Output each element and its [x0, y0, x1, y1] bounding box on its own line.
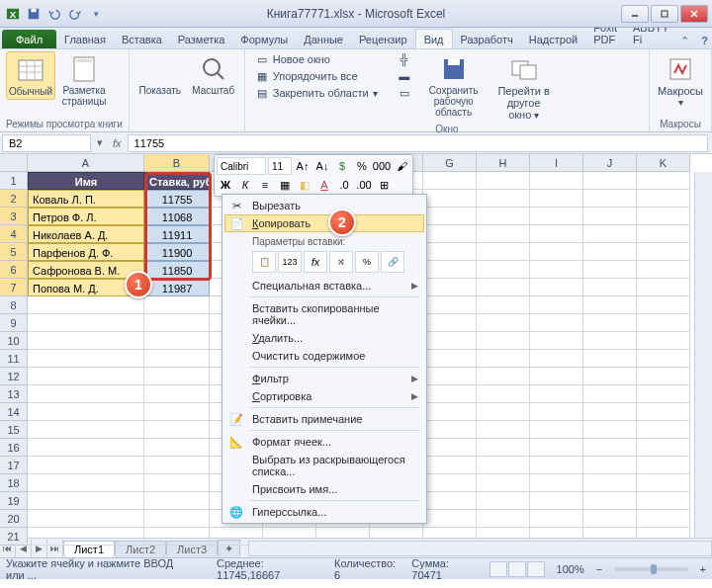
arrange-button[interactable]: ▦Упорядочить все	[251, 68, 382, 84]
cell-J8[interactable]	[583, 296, 637, 314]
cell-B3[interactable]: 11068	[144, 208, 210, 225]
cm-clear[interactable]: Очистить содержимое	[224, 347, 424, 365]
view-page-layout-icon[interactable]	[508, 561, 526, 577]
cell-J11[interactable]	[583, 350, 637, 368]
cell-K3[interactable]	[637, 208, 690, 225]
minimize-ribbon-icon[interactable]: ⌃	[677, 33, 693, 48]
cell-G9[interactable]	[423, 314, 477, 332]
cell-B21[interactable]	[144, 528, 210, 546]
row-header-13[interactable]: 13	[0, 385, 28, 403]
cell-A1[interactable]: Имя	[28, 172, 144, 190]
row-header-6[interactable]: 6	[0, 261, 28, 279]
qat-more-icon[interactable]: ▾	[87, 5, 105, 23]
undo-icon[interactable]	[45, 5, 63, 23]
shrink-font-icon[interactable]: A↓	[313, 157, 331, 175]
mini-font-size[interactable]: 11	[268, 157, 292, 175]
cell-I14[interactable]	[530, 403, 583, 421]
cell-J20[interactable]	[583, 510, 637, 528]
row-header-8[interactable]: 8	[0, 296, 28, 314]
cell-J1[interactable]	[583, 172, 637, 190]
cell-A13[interactable]	[28, 385, 144, 403]
cell-H8[interactable]	[477, 296, 530, 314]
cell-G7[interactable]	[423, 279, 477, 296]
cell-H10[interactable]	[477, 332, 530, 350]
cell-I18[interactable]	[530, 474, 583, 492]
cell-G12[interactable]	[423, 368, 477, 385]
cell-A16[interactable]	[28, 439, 144, 457]
cell-H11[interactable]	[477, 350, 530, 368]
cell-G3[interactable]	[423, 208, 477, 225]
cell-B15[interactable]	[144, 421, 210, 439]
cell-J10[interactable]	[583, 332, 637, 350]
cell-I5[interactable]	[530, 243, 583, 261]
cell-I6[interactable]	[530, 261, 583, 279]
cell-A4[interactable]: Николаев А. Д.	[28, 225, 144, 243]
cell-A5[interactable]: Парфенов Д. Ф.	[28, 243, 144, 261]
cell-B20[interactable]	[144, 510, 210, 528]
close-button[interactable]	[680, 5, 708, 23]
cell-K15[interactable]	[637, 421, 690, 439]
cell-K14[interactable]	[637, 403, 690, 421]
cell-K5[interactable]	[637, 243, 690, 261]
tab-review[interactable]: Рецензир	[351, 30, 415, 48]
cell-K1[interactable]	[637, 172, 690, 190]
paste-values-icon[interactable]: 123	[278, 251, 302, 273]
cell-G19[interactable]	[423, 492, 477, 510]
page-layout-button[interactable]: Разметка страницы	[59, 51, 109, 109]
cell-I8[interactable]	[530, 296, 583, 314]
cell-G13[interactable]	[423, 385, 477, 403]
name-box[interactable]: B2	[2, 134, 91, 152]
cell-H5[interactable]	[477, 243, 530, 261]
unhide-button[interactable]: ▭	[394, 85, 415, 101]
row-header-4[interactable]: 4	[0, 225, 28, 243]
cell-A12[interactable]	[28, 368, 144, 385]
cell-J3[interactable]	[583, 208, 637, 225]
row-header-18[interactable]: 18	[0, 474, 28, 492]
cell-H18[interactable]	[477, 474, 530, 492]
formula-input[interactable]: 11755	[128, 134, 708, 152]
cell-J2[interactable]	[583, 190, 637, 208]
row-header-7[interactable]: 7	[0, 279, 28, 296]
cell-H15[interactable]	[477, 421, 530, 439]
cell-K9[interactable]	[637, 314, 690, 332]
cell-K10[interactable]	[637, 332, 690, 350]
tab-insert[interactable]: Вставка	[114, 30, 170, 48]
cell-H20[interactable]	[477, 510, 530, 528]
cell-K6[interactable]	[637, 261, 690, 279]
switch-windows-button[interactable]: Перейти в другое окно ▾	[492, 51, 556, 123]
cell-A9[interactable]	[28, 314, 144, 332]
font-color-icon[interactable]: A	[315, 176, 333, 194]
cell-B8[interactable]	[144, 296, 210, 314]
row-header-14[interactable]: 14	[0, 403, 28, 421]
cell-I17[interactable]	[530, 457, 583, 474]
cell-G17[interactable]	[423, 457, 477, 474]
decrease-decimal-icon[interactable]: .0	[335, 176, 353, 194]
cell-G20[interactable]	[423, 510, 477, 528]
redo-icon[interactable]	[66, 5, 84, 23]
cm-cut[interactable]: ✂Вырезать	[224, 197, 424, 214]
cell-K7[interactable]	[637, 279, 690, 296]
cell-A18[interactable]	[28, 474, 144, 492]
minimize-button[interactable]	[621, 5, 649, 23]
macros-button[interactable]: Макросы ▾	[656, 51, 705, 110]
cell-A20[interactable]	[28, 510, 144, 528]
row-header-19[interactable]: 19	[0, 492, 28, 510]
col-header-B[interactable]: B	[144, 154, 210, 172]
horizontal-scrollbar[interactable]	[248, 541, 712, 556]
cell-A11[interactable]	[28, 350, 144, 368]
split-button[interactable]: ╬	[394, 51, 415, 67]
merge-icon[interactable]: ⊞	[375, 176, 393, 194]
cell-I12[interactable]	[530, 368, 583, 385]
cell-I13[interactable]	[530, 385, 583, 403]
tab-formulas[interactable]: Формулы	[232, 30, 296, 48]
cell-I2[interactable]	[530, 190, 583, 208]
cell-B4[interactable]: 11911	[144, 225, 210, 243]
cell-B16[interactable]	[144, 439, 210, 457]
row-header-1[interactable]: 1	[0, 172, 28, 190]
cm-sort[interactable]: Сортировка▶	[224, 387, 424, 405]
tab-home[interactable]: Главная	[56, 30, 114, 48]
zoom-slider[interactable]	[614, 567, 687, 571]
cell-I10[interactable]	[530, 332, 583, 350]
tab-data[interactable]: Данные	[296, 30, 351, 48]
cm-copy[interactable]: 📄Копировать	[224, 214, 424, 232]
